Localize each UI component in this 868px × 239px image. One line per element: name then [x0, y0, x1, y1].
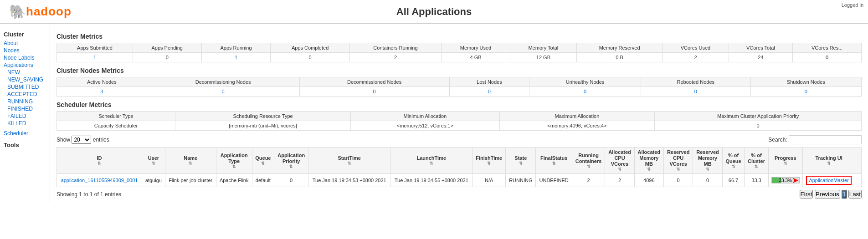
search-input[interactable]	[789, 135, 862, 144]
col-apps-pending: Apps Pending	[133, 43, 201, 53]
th-extra	[855, 147, 862, 174]
tracking-ui-box: ApplicationMaster	[806, 176, 851, 185]
cell-tracking-ui: ➤ ApplicationMaster	[802, 174, 855, 187]
th-running-containers[interactable]: RunningContainers⇅	[572, 147, 605, 174]
th-app-type[interactable]: ApplicationType⇅	[216, 147, 252, 174]
search-label: Search:	[768, 137, 787, 143]
table-footer: Showing 1 to 1 of 1 entries First Previo…	[56, 190, 862, 198]
th-reserved-memory[interactable]: ReservedMemoryMB⇅	[693, 147, 722, 174]
cell-start-time: Tue Jan 19 19:34:53 +0800 2021	[308, 174, 390, 187]
col-rebooted-nodes: Rebooted Nodes	[641, 77, 750, 87]
th-state[interactable]: State⇅	[506, 147, 536, 174]
pagination-controls: First Previous 1 Last	[800, 190, 862, 198]
th-reserved-cpu[interactable]: ReservedCPUVCores⇅	[663, 147, 693, 174]
sidebar-link-killed[interactable]: KILLED	[7, 120, 46, 127]
sidebar-link-submitted[interactable]: SUBMITTED	[7, 83, 46, 91]
cell-reserved-cpu: 0	[663, 174, 693, 187]
th-app-priority[interactable]: ApplicationPriority⇅	[274, 147, 308, 174]
cell-extra	[855, 174, 862, 187]
val-memory-reserved: 0 B	[576, 53, 662, 62]
sidebar-link-new[interactable]: NEW	[7, 69, 46, 76]
sidebar-link-new-saving[interactable]: NEW_SAVING	[7, 76, 46, 83]
cluster-metrics-row: 1 0 1 0 2 4 GB 12 GB 0 B 2 24 0	[57, 53, 862, 62]
cell-priority: 0	[274, 174, 308, 187]
th-user[interactable]: User⇅	[142, 147, 165, 174]
cluster-metrics-table: Apps Submitted Apps Pending Apps Running…	[56, 43, 862, 62]
th-tracking-ui[interactable]: Tracking UI⇅	[802, 147, 855, 174]
tracking-arrow-icon: ➤	[792, 175, 799, 185]
th-launch-time[interactable]: LaunchTime⇅	[390, 147, 473, 174]
th-queue[interactable]: Queue⇅	[252, 147, 274, 174]
th-pct-queue[interactable]: % ofQueue⇅	[722, 147, 745, 174]
val-decommissioned-nodes: 0	[299, 87, 449, 97]
cell-reserved-memory: 0	[693, 174, 722, 187]
sidebar-link-running[interactable]: RUNNING	[7, 98, 46, 105]
hadoop-wordmark: hadoop	[26, 5, 72, 19]
app-id-link[interactable]: application_1611055949309_0001	[61, 178, 138, 183]
previous-button[interactable]: Previous	[815, 190, 840, 198]
val-apps-running: 1	[201, 53, 271, 62]
val-containers-running: 2	[349, 53, 441, 62]
first-button[interactable]: First	[800, 190, 813, 198]
col-vcores-res: VCores Res...	[793, 43, 862, 53]
applications-table: ID⇅ User⇅ Name⇅ ApplicationType⇅ Queue⇅ …	[56, 147, 862, 187]
cell-launch-time: Tue Jan 19 19:34:55 +0800 2021	[390, 174, 473, 187]
col-vcores-total: VCores Total	[729, 43, 793, 53]
col-apps-completed: Apps Completed	[271, 43, 349, 53]
val-maximum-allocation: <memory:4096, vCores:4>	[499, 121, 655, 131]
cell-finish-time: N/A	[473, 174, 506, 187]
val-memory-used: 4 GB	[442, 53, 510, 62]
sidebar-link-scheduler[interactable]: Scheduler	[4, 130, 46, 137]
th-finish-time[interactable]: FinishTime⇅	[473, 147, 506, 174]
sidebar-link-failed[interactable]: FAILED	[7, 112, 46, 120]
apps-tbody: application_1611055949309_0001 atguigu F…	[57, 174, 862, 187]
entries-select[interactable]: 20 50 100	[72, 136, 91, 144]
val-max-cluster-priority: 0	[655, 121, 862, 131]
col-minimum-allocation: Minimum Allocation	[351, 112, 500, 121]
col-apps-submitted: Apps Submitted	[57, 43, 133, 53]
val-scheduler-type: Capacity Scheduler	[57, 121, 175, 131]
cell-state: RUNNING	[506, 174, 536, 187]
col-vcores-used: VCores Used	[663, 43, 729, 53]
cluster-nodes-metrics-table: Active Nodes Decommissioning Nodes Decom…	[56, 77, 862, 97]
sidebar-app-links: NEW NEW_SAVING SUBMITTED ACCEPTED RUNNIN…	[4, 69, 46, 127]
sidebar-link-node-labels[interactable]: Node Labels	[4, 54, 46, 61]
col-lost-nodes: Lost Nodes	[449, 77, 529, 87]
cell-alloc-cpu: 2	[605, 174, 634, 187]
scheduler-metrics-title: Scheduler Metrics	[56, 101, 862, 108]
th-name[interactable]: Name⇅	[165, 147, 216, 174]
th-start-time[interactable]: StartTime⇅	[308, 147, 390, 174]
cluster-nodes-metrics-row: 3 0 0 0 0 0 0	[57, 87, 862, 97]
tracking-ui-link[interactable]: ApplicationMaster	[809, 178, 848, 183]
sidebar-link-nodes[interactable]: Nodes	[4, 47, 46, 54]
entries-label: entries	[93, 137, 109, 143]
th-pct-cluster[interactable]: % ofCluster⇅	[745, 147, 768, 174]
val-lost-nodes: 0	[449, 87, 529, 97]
col-memory-total: Memory Total	[510, 43, 576, 53]
val-rebooted-nodes: 0	[641, 87, 750, 97]
col-containers-running: Containers Running	[349, 43, 441, 53]
col-apps-running: Apps Running	[201, 43, 271, 53]
elephant-icon: 🐘	[9, 4, 26, 20]
val-decommissioning-nodes: 0	[147, 87, 299, 97]
th-alloc-cpu[interactable]: AllocatedCPUVCores⇅	[605, 147, 634, 174]
th-id[interactable]: ID⇅	[57, 147, 142, 174]
page-1-button[interactable]: 1	[842, 190, 847, 198]
last-button[interactable]: Last	[848, 190, 862, 198]
col-memory-used: Memory Used	[442, 43, 510, 53]
table-row: application_1611055949309_0001 atguigu F…	[57, 174, 862, 187]
sidebar-link-about[interactable]: About	[4, 40, 46, 47]
th-progress[interactable]: Progress⇅	[768, 147, 802, 174]
th-final-status[interactable]: FinalStatus⇅	[536, 147, 572, 174]
cell-user: atguigu	[142, 174, 165, 187]
showing-text: Showing 1 to 1 of 1 entries	[56, 191, 121, 198]
sidebar-link-applications[interactable]: Applications	[4, 61, 46, 69]
val-active-nodes: 3	[57, 87, 147, 97]
table-controls: Show 20 50 100 entries Search:	[56, 135, 862, 144]
th-alloc-memory[interactable]: AllocatedMemoryMB⇅	[634, 147, 663, 174]
sidebar-link-accepted[interactable]: ACCEPTED	[7, 91, 46, 98]
hadoop-logo: 🐘 hadoop	[9, 4, 72, 20]
page-header: 🐘 hadoop All Applications Logged in	[0, 0, 868, 24]
sidebar-link-finished[interactable]: FINISHED	[7, 105, 46, 112]
cell-name: Flink per-job cluster	[165, 174, 216, 187]
